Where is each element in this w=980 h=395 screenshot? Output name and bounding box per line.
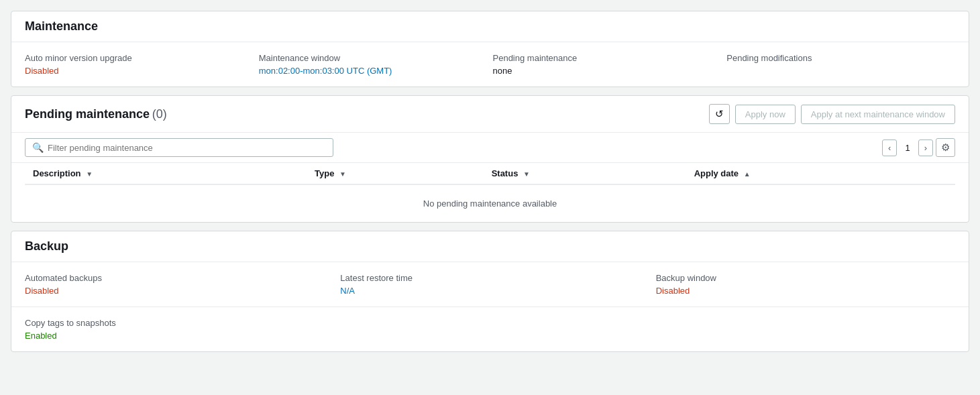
backup-window-cell: Backup window Disabled xyxy=(656,273,955,296)
apply-now-button[interactable]: Apply now xyxy=(735,105,796,124)
col-apply-date-label: Apply date xyxy=(694,168,739,178)
pending-maintenance-table-wrap: Description ▼ Type ▼ Status ▼ Apply da xyxy=(11,163,969,222)
auto-minor-cell: Auto minor version upgrade Disabled xyxy=(25,53,254,76)
latest-restore-time-label: Latest restore time xyxy=(340,273,639,283)
backup-window-label: Backup window xyxy=(656,273,955,283)
auto-minor-value: Disabled xyxy=(25,66,59,76)
apply-next-maintenance-button[interactable]: Apply at next maintenance window xyxy=(801,105,955,124)
search-input[interactable] xyxy=(48,143,326,153)
pending-maintenance-label: Pending maintenance xyxy=(493,53,722,63)
backup-header: Backup xyxy=(11,231,969,262)
latest-restore-time-cell: Latest restore time N/A xyxy=(340,273,639,296)
automated-backups-cell: Automated backups Disabled xyxy=(25,273,324,296)
refresh-button[interactable]: ↺ xyxy=(709,104,730,124)
col-type-label: Type xyxy=(315,168,334,178)
settings-button[interactable]: ⚙ xyxy=(936,138,955,157)
col-type-sort-icon[interactable]: ▼ xyxy=(339,170,346,178)
pending-maintenance-section-title: Pending maintenance xyxy=(25,107,150,121)
latest-restore-time-value: N/A xyxy=(340,286,355,296)
table-header: Description ▼ Type ▼ Status ▼ Apply da xyxy=(25,163,955,184)
copy-tags-label: Copy tags to snapshots xyxy=(25,318,955,328)
col-description-sort-icon[interactable]: ▼ xyxy=(86,170,93,178)
pending-maintenance-value: none xyxy=(493,66,512,76)
pending-maintenance-header: Pending maintenance (0) ↺ Apply now Appl… xyxy=(11,96,969,133)
col-status: Status ▼ xyxy=(484,163,686,184)
copy-tags-cell: Copy tags to snapshots Enabled xyxy=(11,306,969,351)
pending-actions: ↺ Apply now Apply at next maintenance wi… xyxy=(709,104,955,124)
table-body: No pending maintenance available xyxy=(25,184,955,222)
empty-row: No pending maintenance available xyxy=(25,184,955,222)
pagination-page-number: 1 xyxy=(900,140,915,156)
table-header-row: Description ▼ Type ▼ Status ▼ Apply da xyxy=(25,163,955,184)
automated-backups-value: Disabled xyxy=(25,286,59,296)
search-pagination-row: 🔍 ‹ 1 › ⚙ xyxy=(11,133,969,163)
backup-card: Backup Automated backups Disabled Latest… xyxy=(11,231,969,352)
pending-maintenance-title-wrap: Pending maintenance (0) xyxy=(25,107,167,121)
backup-title: Backup xyxy=(25,239,955,253)
backup-window-value: Disabled xyxy=(656,286,690,296)
pending-modifications-label: Pending modifications xyxy=(726,53,955,63)
col-status-sort-icon[interactable]: ▼ xyxy=(523,170,530,178)
col-apply-date: Apply date ▲ xyxy=(686,163,955,184)
maintenance-header: Maintenance xyxy=(11,11,969,42)
pagination-bar: ‹ 1 › ⚙ xyxy=(882,138,955,157)
pending-maintenance-count: (0) xyxy=(152,107,167,121)
maintenance-title: Maintenance xyxy=(25,19,955,34)
empty-message: No pending maintenance available xyxy=(25,184,955,222)
maintenance-info-grid: Auto minor version upgrade Disabled Main… xyxy=(11,42,969,87)
col-type: Type ▼ xyxy=(307,163,484,184)
maintenance-window-cell: Maintenance window mon:02:00-mon:03:00 U… xyxy=(259,53,488,76)
pending-maintenance-table: Description ▼ Type ▼ Status ▼ Apply da xyxy=(25,163,955,222)
col-description-label: Description xyxy=(33,168,81,178)
maintenance-window-label: Maintenance window xyxy=(259,53,488,63)
maintenance-window-value: mon:02:00-mon:03:00 UTC (GMT) xyxy=(259,66,392,76)
maintenance-card: Maintenance Auto minor version upgrade D… xyxy=(11,11,969,87)
refresh-icon: ↺ xyxy=(715,108,724,120)
pagination-next-button[interactable]: › xyxy=(918,139,933,156)
automated-backups-label: Automated backups xyxy=(25,273,324,283)
auto-minor-label: Auto minor version upgrade xyxy=(25,53,254,63)
search-icon: 🔍 xyxy=(32,142,44,153)
pending-modifications-cell: Pending modifications xyxy=(726,53,955,76)
search-wrap: 🔍 xyxy=(25,138,333,157)
backup-info-grid: Automated backups Disabled Latest restor… xyxy=(11,262,969,306)
col-status-label: Status xyxy=(492,168,519,178)
pagination-prev-button[interactable]: ‹ xyxy=(882,139,897,156)
pending-maintenance-cell: Pending maintenance none xyxy=(493,53,722,76)
col-description: Description ▼ xyxy=(25,163,307,184)
copy-tags-value: Enabled xyxy=(25,331,57,341)
col-apply-date-sort-icon[interactable]: ▲ xyxy=(744,170,751,178)
pending-maintenance-card: Pending maintenance (0) ↺ Apply now Appl… xyxy=(11,95,969,223)
